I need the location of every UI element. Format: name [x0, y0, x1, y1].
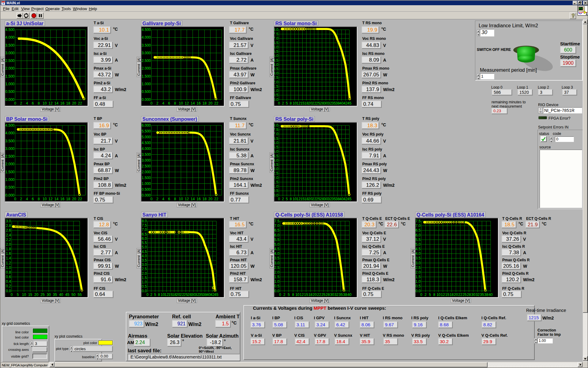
svg-text:45: 45	[347, 197, 352, 201]
svg-text:2: 2	[20, 101, 22, 105]
svg-text:0.500: 0.500	[5, 185, 14, 190]
svg-text:2.6: 2.6	[6, 228, 11, 232]
svg-text:0.5: 0.5	[274, 93, 278, 97]
svg-text:4.5: 4.5	[274, 247, 280, 251]
svg-text:2.500: 2.500	[141, 164, 151, 168]
svg-text:20: 20	[308, 197, 313, 201]
svg-text:0.8: 0.8	[6, 270, 11, 274]
svg-text:1.500: 1.500	[5, 170, 14, 174]
svg-text:8: 8	[290, 101, 292, 105]
svg-text:5: 5	[286, 197, 288, 201]
svg-text:3.0: 3.0	[274, 167, 278, 171]
svg-text:0.6: 0.6	[6, 275, 11, 279]
svg-text:20: 20	[208, 101, 213, 105]
svg-text:10: 10	[292, 197, 297, 201]
svg-text:2.4: 2.4	[6, 233, 11, 237]
svg-text:7.0: 7.0	[416, 224, 421, 228]
svg-text:4.5: 4.5	[416, 247, 421, 251]
svg-text:40: 40	[340, 101, 344, 105]
svg-text:14: 14	[191, 197, 195, 201]
svg-text:2.000: 2.000	[141, 66, 151, 71]
svg-text:22: 22	[312, 197, 316, 201]
svg-text:50: 50	[71, 293, 76, 297]
svg-text:0.500: 0.500	[141, 90, 151, 94]
svg-text:6: 6	[32, 101, 34, 105]
svg-text:12: 12	[48, 197, 53, 201]
svg-text:3.000: 3.000	[141, 51, 151, 55]
svg-text:2.5: 2.5	[274, 75, 278, 80]
svg-text:15: 15	[300, 197, 305, 201]
svg-text:7.0: 7.0	[274, 36, 278, 40]
svg-text:6: 6	[168, 197, 170, 201]
svg-text:5.0: 5.0	[274, 242, 280, 247]
svg-text:4.0: 4.0	[416, 251, 421, 256]
svg-text:22: 22	[317, 293, 321, 297]
svg-text:18: 18	[450, 293, 454, 297]
svg-text:1.0: 1.0	[274, 184, 278, 189]
svg-text:2: 2	[283, 293, 285, 297]
svg-text:18: 18	[308, 293, 313, 297]
svg-text:4.500: 4.500	[141, 141, 151, 145]
svg-text:40: 40	[488, 293, 493, 297]
svg-text:8: 8	[38, 101, 40, 105]
svg-text:2.0: 2.0	[416, 270, 421, 274]
svg-text:2.000: 2.000	[5, 66, 14, 71]
svg-text:3.000: 3.000	[141, 158, 151, 163]
svg-text:0.5: 0.5	[416, 284, 421, 288]
svg-text:5.5: 5.5	[274, 238, 280, 242]
svg-text:32: 32	[334, 293, 339, 297]
svg-text:7.0: 7.0	[142, 228, 147, 232]
svg-text:32: 32	[328, 197, 332, 201]
svg-text:18: 18	[66, 197, 70, 201]
svg-text:3.0: 3.0	[274, 71, 278, 75]
svg-text:5.000: 5.000	[141, 135, 151, 139]
svg-text:0.500: 0.500	[5, 90, 14, 94]
svg-text:1.0: 1.0	[416, 279, 421, 284]
svg-text:2.5: 2.5	[274, 171, 278, 175]
svg-text:28: 28	[320, 197, 324, 201]
svg-text:0: 0	[278, 197, 280, 201]
svg-text:10: 10	[43, 197, 47, 201]
svg-text:20: 20	[208, 197, 213, 201]
svg-text:5: 5	[288, 293, 290, 297]
svg-text:55: 55	[78, 293, 82, 297]
svg-text:28: 28	[326, 293, 330, 297]
svg-text:15: 15	[300, 101, 305, 105]
svg-text:3.5: 3.5	[274, 256, 280, 260]
svg-text:4.000: 4.000	[5, 131, 14, 135]
svg-text:4.0: 4.0	[274, 251, 280, 256]
svg-text:1.500: 1.500	[141, 176, 151, 180]
svg-text:1.5: 1.5	[274, 84, 278, 89]
svg-text:28: 28	[320, 101, 324, 105]
svg-text:6.0: 6.0	[274, 141, 278, 145]
svg-text:4.5: 4.5	[274, 154, 278, 158]
svg-text:0.000: 0.000	[141, 98, 151, 102]
svg-text:3.0: 3.0	[416, 261, 421, 265]
svg-text:0.500: 0.500	[141, 187, 151, 192]
svg-text:0: 0	[11, 293, 13, 297]
svg-text:35: 35	[332, 101, 336, 105]
svg-text:2: 2	[156, 101, 158, 105]
svg-text:3.5: 3.5	[416, 256, 421, 260]
svg-text:6.0: 6.0	[142, 236, 147, 241]
svg-text:4.0: 4.0	[274, 158, 278, 163]
svg-text:4.000: 4.000	[141, 35, 151, 40]
svg-text:2.0: 2.0	[274, 176, 278, 180]
svg-text:32: 32	[476, 293, 480, 297]
svg-text:1.5: 1.5	[416, 275, 421, 279]
svg-text:8: 8	[174, 101, 176, 105]
svg-text:4: 4	[26, 197, 28, 201]
svg-text:7.5: 7.5	[142, 223, 147, 228]
svg-text:1.2: 1.2	[6, 261, 11, 265]
svg-text:7.0: 7.0	[274, 132, 278, 136]
svg-text:3.0: 3.0	[142, 263, 147, 267]
svg-text:3.5: 3.5	[274, 163, 278, 167]
svg-text:6.5: 6.5	[274, 136, 278, 141]
svg-text:35: 35	[339, 293, 343, 297]
svg-text:5: 5	[429, 293, 431, 297]
svg-text:5.5: 5.5	[274, 49, 278, 54]
svg-text:10: 10	[292, 101, 297, 105]
svg-text:1.500: 1.500	[141, 74, 151, 79]
svg-text:4: 4	[162, 101, 164, 105]
svg-text:12: 12	[185, 197, 189, 201]
